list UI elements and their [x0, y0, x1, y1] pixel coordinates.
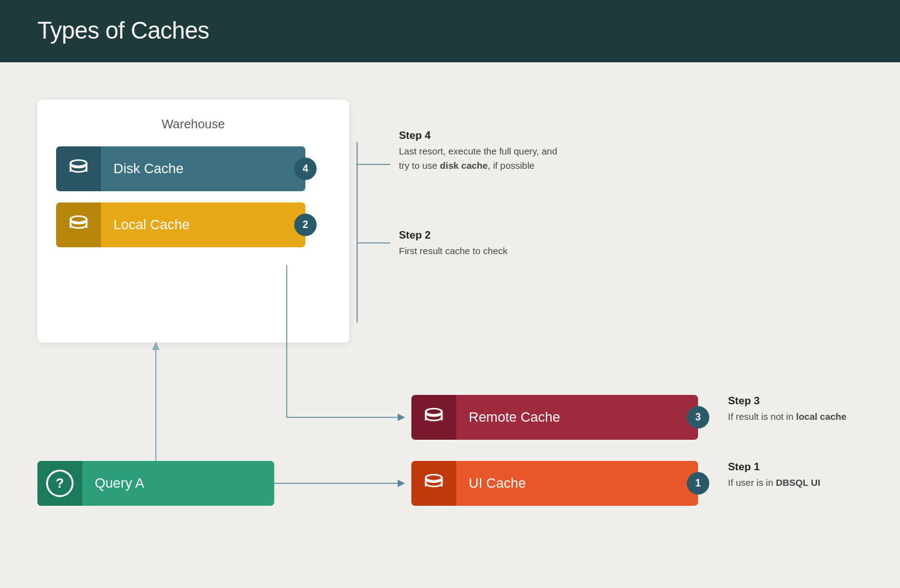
step1-desc-bold: DBSQL UI: [776, 477, 820, 488]
remote-cache-badge: 3: [687, 406, 709, 429]
page-title: Types of Caches: [37, 17, 863, 44]
remote-cache-icon: [411, 395, 456, 440]
svg-point-1: [70, 216, 87, 222]
ui-cache-badge: 1: [687, 472, 709, 495]
local-cache-label: Local Cache: [101, 202, 305, 247]
warehouse-label: Warehouse: [56, 117, 330, 131]
remote-cache-label: Remote Cache: [456, 395, 698, 440]
step4-info: Step 4 Last resort, execute the full que…: [399, 130, 561, 173]
remote-cache-bar: Remote Cache 3: [411, 395, 698, 440]
local-cache-badge: 2: [294, 214, 317, 236]
step3-title: Step 3: [728, 395, 846, 407]
svg-point-12: [426, 475, 442, 481]
query-box: ? Query A: [37, 461, 274, 506]
svg-marker-8: [398, 414, 405, 421]
step1-title: Step 1: [728, 461, 820, 473]
step3-desc-text1: If result is not in: [728, 411, 796, 422]
disk-cache-icon: [56, 146, 101, 191]
step4-desc-bold: disk cache: [440, 160, 488, 171]
vertical-divider: [357, 142, 358, 323]
step3-info: Step 3 If result is not in local cache: [728, 395, 846, 424]
step4-desc: Last resort, execute the full query, and…: [399, 145, 561, 173]
disk-cache-badge: 4: [294, 158, 317, 180]
header: Types of Caches: [0, 0, 900, 62]
step3-desc: If result is not in local cache: [728, 410, 846, 424]
step2-info: Step 2 First result cache to check: [399, 229, 507, 258]
question-mark-icon: ?: [46, 470, 74, 497]
svg-marker-5: [152, 341, 160, 350]
svg-point-0: [70, 160, 87, 166]
step4-desc-text2: , if possible: [488, 160, 535, 171]
step2-title: Step 2: [399, 229, 507, 242]
step1-info: Step 1 If user is in DBSQL UI: [728, 461, 820, 490]
disk-cache-label: Disk Cache: [101, 146, 305, 191]
ui-cache-bar: UI Cache 1: [411, 461, 698, 506]
local-cache-bar: Local Cache 2: [56, 202, 305, 247]
step3-desc-bold: local cache: [796, 411, 846, 422]
disk-cache-bar: Disk Cache 4: [56, 146, 305, 191]
step2-desc: First result cache to check: [399, 244, 507, 258]
ui-cache-icon: [411, 461, 456, 506]
query-label: Query A: [82, 475, 144, 491]
step1-desc: If user is in DBSQL UI: [728, 476, 820, 490]
local-cache-icon: [56, 202, 101, 247]
warehouse-box: Warehouse Disk Cache 4: [37, 100, 349, 343]
ui-cache-label: UI Cache: [456, 461, 698, 506]
svg-point-11: [426, 409, 442, 415]
query-icon: ?: [37, 461, 82, 506]
svg-marker-10: [398, 480, 405, 487]
step4-title: Step 4: [399, 130, 561, 142]
main-content: Warehouse Disk Cache 4: [0, 62, 900, 588]
step1-desc-text: If user is in: [728, 477, 776, 488]
